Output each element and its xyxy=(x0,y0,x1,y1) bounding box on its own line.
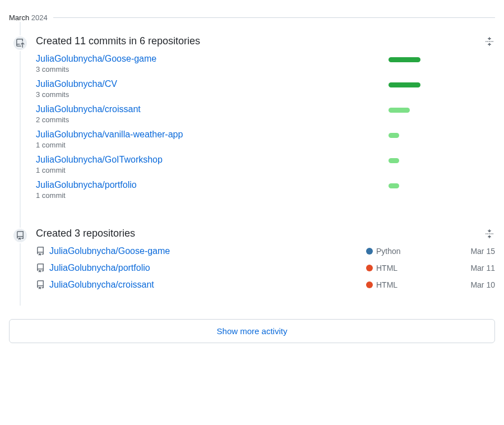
commit-row: JuliaGolubnycha/vanilla-weather-app 1 co… xyxy=(36,130,495,149)
repo-link[interactable]: JuliaGolubnycha/CV xyxy=(36,79,117,89)
repo-icon xyxy=(36,247,49,256)
commit-count: 1 commit xyxy=(36,191,389,200)
repo-date: Mar 15 xyxy=(461,247,495,256)
repos-section: Created 3 repositories JuliaGolubnycha/G… xyxy=(22,214,495,306)
collapse-icon[interactable] xyxy=(484,36,495,47)
divider xyxy=(53,17,495,18)
commit-count: 3 commits xyxy=(36,90,389,99)
repo-link[interactable]: JuliaGolubnycha/portfolio xyxy=(36,180,137,190)
repo-link[interactable]: JuliaGolubnycha/GoITworkshop xyxy=(36,155,163,164)
repo-icon xyxy=(12,228,28,243)
commits-title: Created 11 commits in 6 repositories xyxy=(36,35,200,47)
commit-count: 3 commits xyxy=(36,65,389,73)
repo-language: HTML xyxy=(366,280,461,289)
commit-bar[interactable] xyxy=(389,180,495,188)
repo-link[interactable]: JuliaGolubnycha/croissant xyxy=(36,104,141,114)
repo-link[interactable]: JuliaGolubnycha/croissant xyxy=(49,280,154,289)
repo-language: HTML xyxy=(366,264,461,272)
commits-section: Created 11 commits in 6 repositories Jul… xyxy=(22,22,495,214)
commit-row: JuliaGolubnycha/croissant 2 commits xyxy=(36,104,495,124)
repo-link[interactable]: JuliaGolubnycha/vanilla-weather-app xyxy=(36,130,183,139)
commit-row: JuliaGolubnycha/CV 3 commits xyxy=(36,79,495,99)
commit-bar[interactable] xyxy=(389,54,495,62)
repo-icon xyxy=(36,264,49,272)
repo-row: JuliaGolubnycha/portfolio HTML Mar 11 xyxy=(36,263,495,273)
repo-link[interactable]: JuliaGolubnycha/Goose-game xyxy=(36,54,156,63)
repo-row: JuliaGolubnycha/Goose-game Python Mar 15 xyxy=(36,246,495,256)
timeline-year: 2024 xyxy=(31,13,48,22)
commit-bar[interactable] xyxy=(389,79,495,87)
repos-title: Created 3 repositories xyxy=(36,228,135,239)
commit-count: 1 commit xyxy=(36,141,389,149)
repo-link[interactable]: JuliaGolubnycha/Goose-game xyxy=(49,246,170,256)
timeline-month: March xyxy=(9,13,29,22)
commit-bar[interactable] xyxy=(389,130,495,138)
commit-row: JuliaGolubnycha/portfolio 1 commit xyxy=(36,180,495,200)
commit-count: 2 commits xyxy=(36,116,389,124)
commit-row: JuliaGolubnycha/Goose-game 3 commits xyxy=(36,54,495,73)
repo-icon xyxy=(36,280,49,289)
commit-row: JuliaGolubnycha/GoITworkshop 1 commit xyxy=(36,155,495,174)
repo-row: JuliaGolubnycha/croissant HTML Mar 10 xyxy=(36,280,495,290)
repo-date: Mar 11 xyxy=(461,264,495,272)
commit-count: 1 commit xyxy=(36,166,389,174)
commit-bar[interactable] xyxy=(389,104,495,113)
repo-date: Mar 10 xyxy=(461,280,495,289)
commit-bar[interactable] xyxy=(389,155,495,163)
repo-push-icon xyxy=(12,35,28,51)
repo-link[interactable]: JuliaGolubnycha/portfolio xyxy=(49,263,150,272)
repo-language: Python xyxy=(366,247,461,256)
show-more-button[interactable]: Show more activity xyxy=(9,319,495,343)
collapse-icon[interactable] xyxy=(484,228,495,239)
timeline-month-header: March 2024 xyxy=(9,13,495,22)
